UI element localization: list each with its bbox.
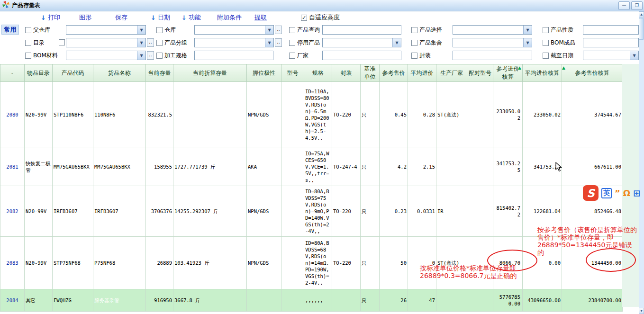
process-spec-input[interactable] — [194, 51, 273, 60]
row-number-cell[interactable]: 2084 — [0, 289, 25, 312]
filter-product-query[interactable]: 产品查询 — [289, 26, 320, 34]
cell[interactable]: 只 — [361, 237, 380, 289]
cell[interactable]: N20-99V — [25, 237, 53, 289]
header-model[interactable]: 型号 — [281, 64, 304, 82]
cell[interactable]: 0.0331 — [408, 186, 436, 237]
dropdown-arrow-icon[interactable]: ▼ — [265, 38, 273, 47]
cell[interactable]: 43096650.00 — [523, 289, 562, 312]
cell[interactable]: 47 — [408, 289, 436, 312]
cell[interactable]: 其它 — [25, 289, 53, 312]
product-group-browse-button[interactable]: .. — [275, 38, 282, 47]
filter-product-nature[interactable]: 产品性质 — [543, 26, 573, 34]
conditions-button[interactable]: 附加条件 — [217, 13, 242, 22]
cell[interactable]: 667611.00 — [562, 147, 623, 186]
catalog-combo[interactable]: ▼ — [66, 38, 146, 47]
cell[interactable]: P75NF68 — [93, 237, 146, 289]
checkbox-icon[interactable] — [156, 27, 163, 33]
catalog-extra-checkbox[interactable] — [59, 39, 65, 45]
cell[interactable]: 3667.8 斤 — [173, 289, 247, 312]
product-set-combo[interactable]: ▼ — [453, 38, 532, 47]
header-manufacturer[interactable]: 生产厂家 — [436, 64, 467, 82]
cell[interactable]: N20-99V — [25, 186, 53, 237]
cell[interactable] — [467, 289, 493, 312]
header-base-unit[interactable]: 基准单位 — [361, 64, 380, 82]
cell[interactable] — [173, 82, 247, 147]
row-number-cell[interactable]: 2080 — [0, 82, 25, 147]
scrollbar-thumb[interactable] — [639, 18, 644, 40]
cell[interactable]: NPN/GDS — [247, 237, 281, 289]
cell[interactable]: TO-220 — [332, 237, 361, 289]
vertical-scrollbar[interactable]: ▲ ▼ — [639, 11, 644, 314]
scroll-down-icon[interactable]: ▼ — [639, 308, 644, 314]
cell[interactable] — [281, 82, 304, 147]
filter-warehouse[interactable]: 仓库 — [156, 26, 176, 34]
bom-material-browse-button[interactable]: .. — [147, 51, 154, 60]
filter-product-select[interactable]: 产品选择 — [411, 26, 442, 34]
grid-icon[interactable]: ⊞ — [633, 188, 640, 198]
bom-material-combo[interactable]: ▼ — [66, 51, 146, 60]
cell[interactable]: ID=80A,BVDSS=75V,RDS(on)=9mΩ,PD=140W,VGS… — [304, 186, 332, 237]
catalog-browse-button[interactable]: .. — [147, 38, 154, 47]
filter-product-group[interactable]: 产品分组 — [156, 39, 187, 47]
checkbox-icon[interactable] — [156, 40, 163, 46]
cell[interactable] — [281, 289, 304, 312]
filter-end-date[interactable]: 截至日期 — [543, 52, 573, 60]
warehouse-browse-button[interactable]: .. — [275, 26, 282, 34]
dropdown-arrow-icon[interactable]: ▼ — [137, 38, 145, 47]
cell[interactable]: N20-99V — [25, 82, 53, 147]
cell[interactable] — [247, 289, 281, 312]
checkbox-icon[interactable] — [411, 27, 417, 33]
translate-icon[interactable]: 英 — [601, 188, 612, 198]
cell[interactable] — [436, 289, 467, 312]
cell[interactable] — [281, 147, 304, 186]
cell[interactable]: STP75NF68 — [53, 237, 93, 289]
row-number-cell[interactable]: 2081 — [0, 147, 25, 186]
scroll-up-icon[interactable]: ▲ — [639, 11, 644, 18]
warehouse-combo[interactable]: ▼ — [194, 25, 274, 35]
cell[interactable] — [467, 147, 493, 186]
cell[interactable]: 26 — [380, 289, 408, 312]
dropdown-arrow-icon[interactable]: ▼ — [137, 26, 145, 34]
row-number-cell[interactable]: 2082 — [0, 186, 25, 237]
cell[interactable]: 26889 — [146, 237, 173, 289]
dropdown-arrow-icon[interactable]: ▼ — [630, 51, 638, 60]
cell[interactable]: 0 — [408, 237, 436, 289]
filter-parent-warehouse[interactable]: 父仓库 — [25, 26, 50, 34]
cell[interactable]: ID=80A,BVDSS=68V,RDS(on)=14mΩ,PD=190W,VG… — [304, 237, 332, 289]
cell[interactable]: TO-220 — [332, 82, 361, 147]
cell[interactable] — [436, 147, 467, 186]
header-paired-model[interactable]: 配对型号 — [467, 64, 493, 82]
filter-disabled-product[interactable]: 停用产品 — [289, 39, 320, 47]
cell[interactable]: ST(意法) — [436, 82, 467, 147]
cell[interactable]: 0.23 — [380, 186, 408, 237]
header-goods-name[interactable]: 货品名称 — [93, 64, 146, 82]
cell[interactable]: 只 — [361, 147, 380, 186]
header-ref-price[interactable]: 参考售价 — [380, 64, 408, 82]
cell[interactable]: TO-247-4 — [332, 147, 361, 186]
package-input[interactable] — [453, 51, 532, 60]
header-package[interactable]: 封装 — [332, 64, 361, 82]
row-number-cell[interactable]: 2083 — [0, 237, 25, 289]
dropdown-arrow-icon[interactable]: ▼ — [265, 26, 273, 34]
cell[interactable]: NPN/GDS — [247, 82, 281, 147]
cell[interactable]: ,,,,,, — [304, 289, 332, 312]
cell[interactable] — [332, 289, 361, 312]
header-pin-polarity[interactable]: 脚位极性 — [247, 64, 281, 82]
dropdown-arrow-icon[interactable]: ▼ — [392, 38, 401, 47]
cell[interactable]: MM75GAU65BKX — [93, 147, 146, 186]
cell[interactable]: 3706376 — [146, 186, 173, 237]
cell[interactable]: 0.45 — [380, 82, 408, 147]
cell[interactable]: 2.15 — [408, 147, 436, 186]
dropdown-arrow-icon[interactable]: ▼ — [523, 26, 532, 34]
checkbox-icon[interactable] — [411, 53, 417, 59]
checkbox-icon[interactable] — [25, 27, 31, 33]
cell[interactable]: MM75GAU65BKX — [53, 147, 93, 186]
cell[interactable]: 0.28 — [408, 82, 436, 147]
selected-cell[interactable]: 服务器杂管 — [93, 289, 146, 312]
cell[interactable]: 23840700.00 — [562, 289, 623, 312]
cell[interactable] — [467, 186, 493, 237]
filter-bom-material[interactable]: BOM材料 — [25, 52, 58, 60]
cell[interactable]: 158955 — [146, 147, 173, 186]
checkbox-icon[interactable] — [411, 40, 417, 46]
cell[interactable]: TO-220 — [332, 186, 361, 237]
